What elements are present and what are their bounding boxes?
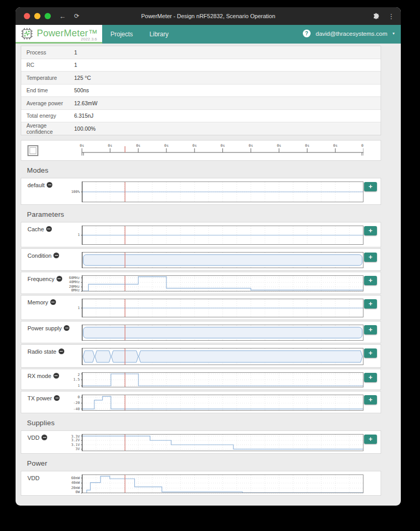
chart-card: VDD3.3V3.2V3.1V3V+ xyxy=(21,430,381,454)
browser-menu-icon[interactable]: ⋮ xyxy=(388,12,395,20)
add-button[interactable]: + xyxy=(364,395,377,404)
chart-label: Memory xyxy=(27,299,56,305)
chart-card: Radio state+ xyxy=(21,344,381,368)
remove-chart-icon[interactable] xyxy=(47,182,52,188)
chevron-down-icon[interactable]: ▾ xyxy=(393,31,395,36)
add-button[interactable]: + xyxy=(364,253,377,262)
chart-label: Radio state xyxy=(27,348,64,355)
svg-text:3.2V: 3.2V xyxy=(71,438,80,442)
row-value: 500ns xyxy=(74,87,89,93)
add-button[interactable]: + xyxy=(364,325,377,334)
chart-plot[interactable] xyxy=(60,347,363,366)
extension-puzzle-icon[interactable] xyxy=(373,12,381,20)
remove-chart-icon[interactable] xyxy=(41,435,47,440)
svg-text:0MHz: 0MHz xyxy=(71,288,80,291)
chart-card: TX power0-20-40+ xyxy=(21,391,381,413)
chart-plot[interactable] xyxy=(60,251,363,269)
browser-window: ← ⟳ PowerMeter - Design nRF52832, Scenar… xyxy=(16,7,401,506)
summary-table: Process1RC1Temperature125 °CEnd time500n… xyxy=(21,46,381,135)
reload-icon[interactable]: ⟳ xyxy=(74,12,79,20)
remove-chart-icon[interactable] xyxy=(53,373,59,379)
chart-plot[interactable]: 1 xyxy=(60,298,363,318)
add-button[interactable]: + xyxy=(364,226,377,235)
chart-name: RX mode xyxy=(27,373,51,379)
svg-text:0s: 0s xyxy=(333,144,337,148)
chart-card: default100%+ xyxy=(21,178,381,205)
chart-plot[interactable]: 0-20-40 xyxy=(60,394,363,411)
row-value: 125 °C xyxy=(74,75,91,81)
add-button[interactable]: + xyxy=(364,435,377,444)
section-heading: Power xyxy=(27,459,381,467)
remove-chart-icon[interactable] xyxy=(53,253,59,258)
add-button[interactable]: + xyxy=(364,182,377,191)
row-label: Average confidence xyxy=(21,122,74,135)
svg-text:0s: 0s xyxy=(136,144,140,148)
browser-titlebar: ← ⟳ PowerMeter - Design nRF52832, Scenar… xyxy=(16,7,401,25)
chart-plot[interactable] xyxy=(60,324,363,341)
nav-item-projects[interactable]: Projects xyxy=(102,25,141,44)
chart-label: RX mode xyxy=(27,373,59,379)
chart-card: Cache1+ xyxy=(21,222,381,247)
chart-plot[interactable]: 21.51 xyxy=(60,372,363,388)
svg-text:0s: 0s xyxy=(305,144,309,148)
chart-plot[interactable]: 3.3V3.2V3.1V3V xyxy=(60,434,363,452)
svg-text:40mW: 40mW xyxy=(71,481,80,485)
chart-plot[interactable]: 100% xyxy=(60,181,363,203)
svg-text:0s: 0s xyxy=(220,144,225,148)
svg-text:60mW: 60mW xyxy=(71,476,80,480)
close-window-icon[interactable] xyxy=(24,13,30,19)
chart-card: Condition+ xyxy=(21,248,381,271)
svg-text:60MHz: 60MHz xyxy=(69,275,80,280)
svg-text:0s: 0s xyxy=(192,144,197,148)
svg-text:40MHz: 40MHz xyxy=(69,280,80,284)
table-row: Process1 xyxy=(21,46,381,59)
nav-item-library[interactable]: Library xyxy=(141,25,177,44)
minimize-window-icon[interactable] xyxy=(34,13,40,19)
app-navbar: PowerMeter™ 2022.3.6 Projects Library ? … xyxy=(16,25,401,44)
back-icon[interactable]: ← xyxy=(59,12,66,20)
chart-name: Power supply xyxy=(27,325,62,331)
table-row: Temperature125 °C xyxy=(21,72,381,85)
chart-name: Cache xyxy=(27,226,44,232)
add-button[interactable]: + xyxy=(364,276,377,285)
chart-label: VDD xyxy=(27,435,47,441)
timeline-checkbox[interactable] xyxy=(27,145,38,156)
chart-card: VDD60mW40mW20mW0W xyxy=(21,471,381,496)
maximize-window-icon[interactable] xyxy=(45,13,51,19)
traffic-lights xyxy=(24,13,51,19)
chart-card: Memory1+ xyxy=(21,295,381,320)
chart-card: RX mode21.51+ xyxy=(21,369,381,390)
svg-text:2: 2 xyxy=(78,372,80,376)
chart-name: Memory xyxy=(27,299,48,305)
chart-label: VDD xyxy=(27,475,39,481)
chart-plot[interactable]: 1 xyxy=(60,225,363,245)
remove-chart-icon[interactable] xyxy=(54,395,60,401)
chart-plot[interactable]: 60mW40mW20mW0W xyxy=(60,474,363,494)
add-button[interactable]: + xyxy=(364,348,377,358)
row-value: 1 xyxy=(74,62,77,68)
table-row: End time500ns xyxy=(21,85,381,97)
svg-text:1: 1 xyxy=(78,233,80,237)
app-logo[interactable]: PowerMeter™ 2022.3.6 xyxy=(16,25,102,44)
svg-text:-20: -20 xyxy=(73,401,80,405)
svg-text:3V: 3V xyxy=(76,447,80,451)
chart-plot[interactable]: 60MHz40MHz20MHz0MHz xyxy=(60,275,363,292)
add-button[interactable]: + xyxy=(364,299,377,309)
remove-chart-icon[interactable] xyxy=(50,299,56,305)
help-icon[interactable]: ? xyxy=(303,30,311,37)
table-row: Total energy6.315nJ xyxy=(21,110,381,123)
chart-label: TX power xyxy=(27,395,60,401)
svg-text:1: 1 xyxy=(78,305,80,310)
svg-text:0s: 0s xyxy=(277,144,281,148)
table-row: Average confidence100.00% xyxy=(21,122,381,135)
svg-text:0s: 0s xyxy=(361,144,363,148)
user-menu[interactable]: david@thracesystems.com xyxy=(316,31,387,37)
row-value: 12.63mW xyxy=(74,100,97,106)
chart-name: Condition xyxy=(27,253,51,259)
chip-icon xyxy=(20,27,34,40)
add-button[interactable]: + xyxy=(364,373,377,382)
row-value: 6.315nJ xyxy=(74,113,93,119)
remove-chart-icon[interactable] xyxy=(46,226,52,232)
timeline-ruler[interactable]: 0s0s0s0s0s0s0s0s0s0s0s xyxy=(60,142,363,160)
row-value: 1 xyxy=(74,49,77,55)
